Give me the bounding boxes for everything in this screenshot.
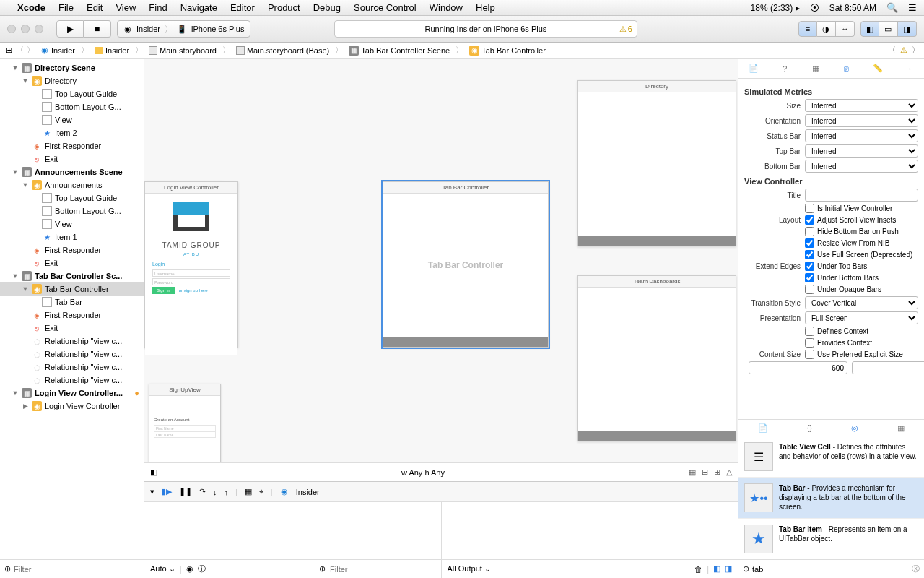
under-top-checkbox[interactable] bbox=[805, 262, 814, 271]
debug-target[interactable]: Insider bbox=[296, 488, 320, 496]
trash-icon[interactable]: 🗑 bbox=[694, 565, 702, 574]
menu-editor[interactable]: Editor bbox=[230, 2, 255, 13]
menu-app[interactable]: Xcode bbox=[17, 2, 45, 13]
pin-icon[interactable]: ⊞ bbox=[714, 467, 720, 477]
library-item-selected[interactable]: ★•• Tab Bar - Provides a mechanism for d… bbox=[738, 478, 924, 519]
prev-issue-icon[interactable]: 〈 bbox=[888, 45, 896, 56]
clock[interactable]: Sat 8:50 AM bbox=[829, 3, 876, 13]
outline-item[interactable]: First Responder bbox=[45, 311, 101, 319]
split-left-icon[interactable]: ◧ bbox=[713, 564, 720, 574]
preferred-size-checkbox[interactable] bbox=[805, 350, 814, 359]
crumb-file[interactable]: Main.storyboard bbox=[146, 46, 219, 55]
outline-item[interactable]: Bottom Layout G... bbox=[55, 207, 121, 215]
minimize-button[interactable] bbox=[21, 25, 30, 33]
resize-nib-checkbox[interactable] bbox=[805, 238, 814, 248]
version-editor-icon[interactable]: ↔ bbox=[836, 21, 855, 37]
back-button[interactable]: 〈 bbox=[16, 45, 24, 56]
title-input[interactable] bbox=[805, 189, 918, 202]
transition-select[interactable]: Cover Vertical bbox=[805, 296, 918, 309]
toggle-navigator-icon[interactable]: ◧ bbox=[860, 21, 879, 37]
outline-item[interactable]: Relationship "view c... bbox=[45, 376, 122, 384]
menu-help[interactable]: Help bbox=[476, 2, 495, 13]
adjust-insets-checkbox[interactable] bbox=[805, 215, 814, 225]
presentation-select[interactable]: Full Screen bbox=[805, 311, 918, 324]
step-in-icon[interactable]: ↓ bbox=[213, 488, 217, 496]
zoom-button[interactable] bbox=[35, 25, 43, 33]
forward-button[interactable]: 〉 bbox=[27, 45, 35, 56]
object-lib-tab[interactable]: ◎ bbox=[851, 423, 858, 433]
statusbar-select[interactable]: Inferred bbox=[805, 129, 918, 142]
size-select[interactable]: Inferred bbox=[805, 99, 918, 112]
scene-header[interactable]: Announcements Scene bbox=[35, 168, 123, 176]
crumb-project[interactable]: ◉Insider bbox=[38, 46, 78, 55]
crumb-group[interactable]: Insider bbox=[92, 46, 132, 55]
battery-status[interactable]: 18% (2:33) ▸ bbox=[751, 3, 800, 13]
variables-filter-input[interactable] bbox=[330, 565, 435, 574]
menu-find[interactable]: Find bbox=[149, 2, 167, 13]
outline-item[interactable]: Top Layout Guide bbox=[55, 90, 117, 98]
size-inspector-tab[interactable]: 📏 bbox=[871, 64, 885, 73]
outline-item[interactable]: Relationship "view c... bbox=[45, 337, 122, 345]
pause-icon[interactable]: ❚❚ bbox=[179, 487, 192, 496]
editor-mode-selector[interactable]: ≡ ◑ ↔ bbox=[798, 21, 855, 37]
scene-header[interactable]: Directory Scene bbox=[35, 64, 95, 72]
output-selector[interactable]: All Output ⌄ bbox=[448, 564, 491, 574]
library-item[interactable]: ☰ Table View Cell - Defines the attribut… bbox=[738, 436, 924, 478]
related-items-icon[interactable]: ⊞ bbox=[4, 46, 13, 55]
code-snippet-lib-tab[interactable]: {} bbox=[807, 423, 812, 432]
hide-bottom-checkbox[interactable] bbox=[805, 227, 814, 236]
outline-item[interactable]: Top Layout Guide bbox=[55, 194, 117, 202]
clear-filter-icon[interactable]: ⓧ bbox=[912, 564, 920, 574]
crumb-scene[interactable]: ▦Tab Bar Controller Scene bbox=[346, 46, 453, 56]
spotlight-icon[interactable]: 🔍 bbox=[886, 2, 898, 13]
outline-item[interactable]: Item 2 bbox=[55, 129, 77, 137]
menu-debug[interactable]: Debug bbox=[313, 2, 341, 13]
content-width-input[interactable] bbox=[749, 361, 847, 374]
defines-context-checkbox[interactable] bbox=[805, 327, 814, 336]
under-bottom-checkbox[interactable] bbox=[805, 273, 814, 282]
bottombar-select[interactable]: Inferred bbox=[805, 160, 918, 173]
debug-hide-icon[interactable]: ▾ bbox=[150, 487, 154, 496]
crumb-controller[interactable]: ◉Tab Bar Controller bbox=[466, 46, 549, 56]
outline-item[interactable]: View bbox=[55, 116, 72, 124]
close-button[interactable] bbox=[7, 25, 16, 33]
initial-vc-checkbox[interactable] bbox=[805, 204, 814, 213]
outline-item[interactable]: Login View Controller bbox=[45, 402, 120, 410]
outline-item[interactable]: Announcements bbox=[45, 181, 103, 189]
outline-item[interactable]: Tab Bar bbox=[55, 298, 82, 306]
outline-item[interactable]: View bbox=[55, 220, 72, 228]
panel-toggles[interactable]: ◧ ▭ ◨ bbox=[860, 21, 917, 37]
menu-extras-icon[interactable]: ☰ bbox=[908, 2, 917, 13]
menu-edit[interactable]: Edit bbox=[87, 2, 103, 13]
content-height-input[interactable] bbox=[852, 361, 924, 374]
continue-icon[interactable]: ▮▶ bbox=[162, 487, 172, 496]
under-opaque-checkbox[interactable] bbox=[805, 285, 814, 294]
fullscreen-checkbox[interactable] bbox=[805, 250, 814, 259]
toggle-debug-icon[interactable]: ▭ bbox=[879, 21, 898, 37]
outline-item[interactable]: Directory bbox=[45, 77, 77, 85]
outline-item[interactable]: Exit bbox=[45, 259, 58, 267]
scheme-selector[interactable]: ◉Insider 〉 📱iPhone 6s Plus bbox=[117, 20, 250, 38]
align-icon[interactable]: ⊟ bbox=[702, 467, 708, 477]
outline-item-selected[interactable]: Tab Bar Controller bbox=[45, 285, 109, 293]
outline-filter-input[interactable] bbox=[14, 565, 139, 574]
outline-item[interactable]: First Responder bbox=[45, 246, 101, 254]
view-debug-icon[interactable]: ▦ bbox=[245, 487, 252, 496]
step-out-icon[interactable]: ↑ bbox=[225, 488, 229, 496]
issue-warn-icon[interactable]: ⚠ bbox=[900, 46, 907, 55]
media-lib-tab[interactable]: ▦ bbox=[897, 423, 905, 433]
run-button[interactable]: ▶ bbox=[56, 20, 84, 38]
location-icon[interactable]: ⌖ bbox=[259, 487, 263, 496]
menu-navigate[interactable]: Navigate bbox=[180, 2, 217, 13]
outline-item[interactable]: Exit bbox=[45, 155, 58, 163]
file-template-lib-tab[interactable]: 📄 bbox=[758, 423, 768, 433]
menu-product[interactable]: Product bbox=[268, 2, 300, 13]
menu-window[interactable]: Window bbox=[430, 2, 463, 13]
identity-inspector-tab[interactable]: ▦ bbox=[808, 64, 823, 73]
provides-context-checkbox[interactable] bbox=[805, 338, 814, 348]
outline-item[interactable]: First Responder bbox=[45, 142, 101, 150]
outline-item[interactable]: Bottom Layout G... bbox=[55, 103, 121, 111]
menu-view[interactable]: View bbox=[116, 2, 136, 13]
topbar-select[interactable]: Inferred bbox=[805, 144, 918, 158]
warning-count[interactable]: ⚠ 6 bbox=[619, 25, 632, 34]
